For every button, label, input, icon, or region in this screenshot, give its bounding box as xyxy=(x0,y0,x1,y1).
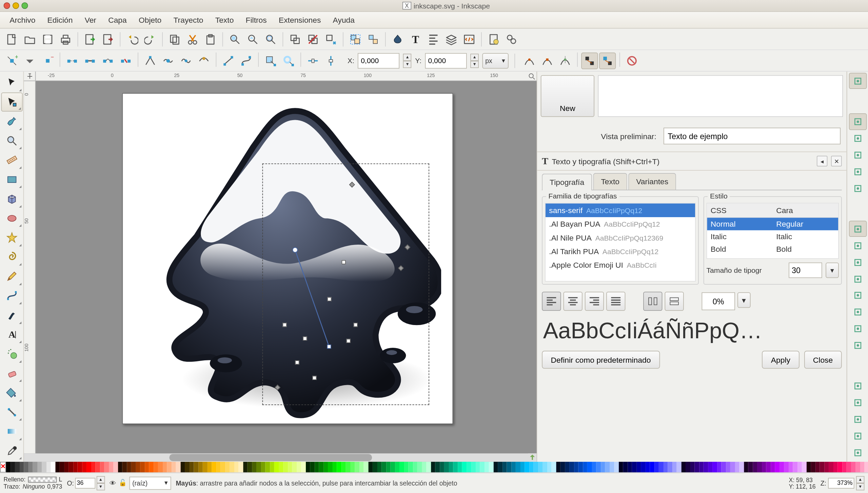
del-seg-button[interactable] xyxy=(117,52,134,69)
tool-tweak[interactable] xyxy=(1,112,22,131)
auto-button[interactable] xyxy=(196,52,212,69)
layer-select[interactable]: (raíz)▾ xyxy=(129,476,171,490)
swatch[interactable] xyxy=(136,462,140,473)
swatch[interactable] xyxy=(722,462,726,473)
swatch[interactable] xyxy=(422,462,426,473)
swatch[interactable] xyxy=(717,462,722,473)
zoom-spin-down[interactable]: ▼ xyxy=(856,483,865,490)
swatch[interactable] xyxy=(341,462,346,473)
tool-gradient[interactable] xyxy=(1,422,22,441)
swatch[interactable] xyxy=(28,462,33,473)
panel-minimize-button[interactable]: ◂ xyxy=(817,156,828,167)
swatch[interactable] xyxy=(699,462,704,473)
swatch[interactable] xyxy=(149,462,154,473)
x-spin-up[interactable]: ▲ xyxy=(403,53,412,60)
swatch[interactable] xyxy=(516,462,520,473)
swatch[interactable] xyxy=(252,462,256,473)
swatch[interactable] xyxy=(274,462,279,473)
swatch[interactable] xyxy=(69,462,73,473)
swatch[interactable] xyxy=(610,462,614,473)
font-size-input[interactable] xyxy=(789,263,822,278)
spacing-dropdown[interactable]: ▾ xyxy=(737,292,751,308)
x-spin-down[interactable]: ▼ xyxy=(403,60,412,68)
ay-button[interactable] xyxy=(322,52,339,69)
swatch[interactable] xyxy=(547,462,552,473)
swatch[interactable] xyxy=(230,462,234,473)
swatch[interactable] xyxy=(811,462,815,473)
swatch[interactable] xyxy=(458,462,462,473)
swatch[interactable] xyxy=(789,462,793,473)
swatch[interactable] xyxy=(176,462,180,473)
y-spin-down[interactable]: ▼ xyxy=(470,60,479,68)
minimize-window-button[interactable] xyxy=(13,2,19,9)
font-item[interactable]: .Al Bayan PUAAaBbCcIiPpQq12 xyxy=(546,217,695,231)
swatch[interactable] xyxy=(797,462,802,473)
smooth-button[interactable] xyxy=(160,52,176,69)
swatch[interactable] xyxy=(847,462,851,473)
snap-intersect-button[interactable] xyxy=(849,254,867,270)
snap-edge-mid-button[interactable] xyxy=(849,164,867,179)
swatch[interactable] xyxy=(310,462,315,473)
swatch[interactable] xyxy=(417,462,422,473)
zoom-spin-up[interactable]: ▲ xyxy=(856,476,865,483)
swatch[interactable] xyxy=(556,462,560,473)
save-button[interactable] xyxy=(39,31,56,48)
swatch[interactable] xyxy=(185,462,189,473)
swatch[interactable] xyxy=(279,462,283,473)
menu-objeto[interactable]: Objeto xyxy=(133,13,167,27)
swatch[interactable] xyxy=(37,462,42,473)
style-list[interactable]: CSSCara NormalRegularItalicItalicBoldBol… xyxy=(707,203,839,259)
align-left-button[interactable] xyxy=(542,292,561,311)
style-item[interactable]: ItalicItalic xyxy=(707,230,838,243)
menu-archivo[interactable]: Archivo xyxy=(4,13,41,27)
snap-c-button[interactable] xyxy=(557,52,573,69)
swatch[interactable] xyxy=(212,462,216,473)
font-size-dropdown[interactable]: ▾ xyxy=(826,263,839,278)
style-item[interactable]: BoldBold xyxy=(707,243,838,255)
node-handle[interactable] xyxy=(312,376,316,380)
menu-edición[interactable]: Edición xyxy=(41,13,79,27)
tool-zoom[interactable] xyxy=(1,131,22,150)
swatch[interactable] xyxy=(426,462,431,473)
tool-star[interactable] xyxy=(1,228,22,247)
swatch[interactable] xyxy=(131,462,136,473)
swatch[interactable] xyxy=(46,462,51,473)
swatch[interactable] xyxy=(592,462,596,473)
tool-bezier[interactable] xyxy=(1,286,22,305)
swatch[interactable] xyxy=(672,462,677,473)
swatch[interactable] xyxy=(431,462,435,473)
swatch[interactable] xyxy=(305,462,310,473)
paste-button[interactable] xyxy=(202,31,219,48)
y-input[interactable] xyxy=(425,53,467,69)
swatch[interactable] xyxy=(162,462,167,473)
swatch[interactable] xyxy=(198,462,203,473)
swatch[interactable] xyxy=(315,462,319,473)
snap-line-mid-button[interactable] xyxy=(849,304,867,320)
swatch[interactable] xyxy=(453,462,458,473)
swatch[interactable] xyxy=(355,462,359,473)
undo-button[interactable] xyxy=(124,31,141,48)
swatch[interactable] xyxy=(730,462,735,473)
swatch[interactable] xyxy=(739,462,744,473)
swatch[interactable] xyxy=(574,462,578,473)
new-button[interactable] xyxy=(4,31,20,48)
swatch[interactable] xyxy=(288,462,292,473)
swatch[interactable] xyxy=(449,462,453,473)
style-item[interactable]: NormalRegular xyxy=(707,218,838,230)
menu-ver[interactable]: Ver xyxy=(79,13,102,27)
snap-a-button[interactable] xyxy=(521,52,538,69)
swatch[interactable] xyxy=(6,462,11,473)
swatch[interactable] xyxy=(654,462,659,473)
swatch[interactable] xyxy=(24,462,28,473)
swatch[interactable] xyxy=(399,462,404,473)
swatch[interactable] xyxy=(766,462,771,473)
curve-button[interactable] xyxy=(238,52,255,69)
swatch[interactable] xyxy=(820,462,824,473)
snap-grid-button[interactable] xyxy=(849,428,867,444)
swatch[interactable] xyxy=(292,462,297,473)
tool-circle[interactable] xyxy=(1,209,22,228)
swatch[interactable] xyxy=(234,462,238,473)
new-swatch-button[interactable]: New xyxy=(541,75,594,117)
menu-capa[interactable]: Capa xyxy=(102,13,133,27)
clone-button[interactable] xyxy=(287,31,303,48)
